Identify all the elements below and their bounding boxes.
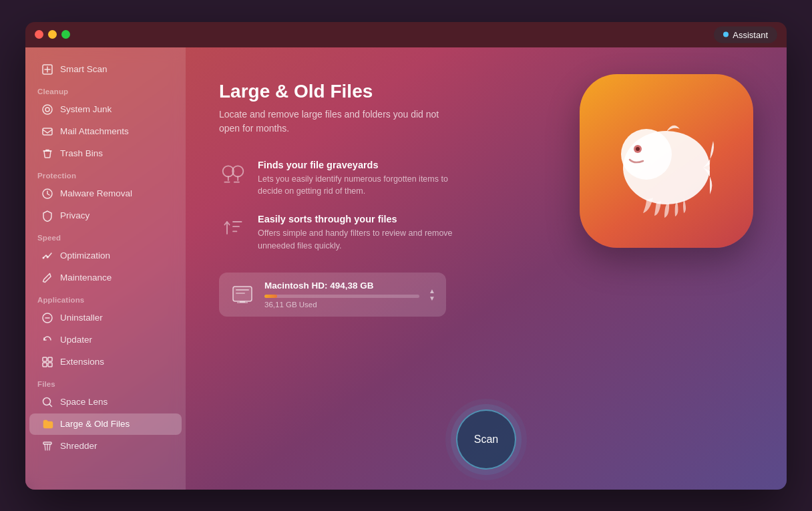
close-button[interactable]: [35, 30, 43, 39]
svg-point-12: [43, 397, 51, 405]
updater-label: Updater: [60, 335, 92, 345]
title-bar: Assistant: [25, 22, 787, 47]
app-window: Assistant Smart Scan Cleanup: [25, 22, 787, 490]
minimize-button[interactable]: [48, 30, 57, 39]
assistant-status-dot: [723, 32, 729, 37]
svg-rect-8: [43, 357, 47, 361]
feature-desc-sorts: Offers simple and handy filters to revie…: [258, 227, 465, 252]
section-label-cleanup: Cleanup: [25, 81, 186, 98]
sidebar-item-shredder[interactable]: Shredder: [29, 436, 182, 457]
space-lens-label: Space Lens: [60, 397, 108, 407]
svg-rect-11: [48, 363, 52, 367]
sidebar-item-updater[interactable]: Updater: [29, 329, 182, 351]
shredder-label: Shredder: [60, 441, 97, 451]
privacy-icon: [41, 210, 53, 222]
drive-name: Macintosh HD: 494,38 GB: [264, 281, 419, 291]
scan-button-label: Scan: [474, 434, 498, 446]
svg-rect-21: [236, 289, 249, 291]
large-old-files-icon: [41, 418, 53, 430]
sidebar-item-smart-scan[interactable]: Smart Scan: [29, 59, 182, 80]
sidebar-item-trash-bins[interactable]: Trash Bins: [29, 143, 182, 164]
feature-title-sorts: Easily sorts through your files: [258, 214, 465, 224]
section-label-applications: Applications: [25, 289, 186, 307]
sidebar: Smart Scan Cleanup System Junk: [25, 47, 186, 490]
mail-attachments-label: Mail Attachments: [60, 126, 129, 136]
graveyards-icon: [219, 160, 247, 188]
traffic-lights: [35, 30, 70, 39]
optimization-icon: [41, 250, 53, 262]
feature-title-graveyards: Finds your file graveyards: [258, 160, 465, 170]
svg-point-17: [636, 147, 640, 151]
sidebar-item-privacy[interactable]: Privacy: [29, 205, 182, 226]
sidebar-item-large-old-files[interactable]: Large & Old Files: [29, 413, 182, 435]
maintenance-label: Maintenance: [60, 273, 112, 283]
svg-point-15: [621, 129, 672, 180]
sidebar-item-mail-attachments[interactable]: Mail Attachments: [29, 121, 182, 142]
optimization-label: Optimization: [60, 250, 110, 261]
drive-bar-fill: [264, 295, 277, 298]
app-icon: [580, 74, 753, 248]
privacy-label: Privacy: [60, 210, 89, 220]
svg-point-5: [43, 257, 45, 259]
malware-icon: [41, 188, 53, 200]
trash-icon: [41, 148, 53, 160]
sidebar-item-extensions[interactable]: Extensions: [29, 351, 182, 373]
mail-icon: [41, 126, 53, 138]
drive-chevron-icon: ▲ ▼: [429, 287, 435, 302]
page-subtitle: Locate and remove large files and folder…: [219, 108, 446, 136]
drive-bar-track: [264, 295, 419, 298]
sorts-icon: [219, 214, 247, 242]
app-icon-area: [580, 74, 753, 248]
maintenance-icon: [41, 272, 53, 284]
sidebar-item-optimization[interactable]: Optimization: [29, 245, 182, 267]
large-old-files-label: Large & Old Files: [60, 419, 130, 429]
scan-button-area: Scan: [456, 409, 516, 470]
system-junk-label: System Junk: [60, 104, 112, 114]
svg-rect-10: [43, 363, 47, 367]
system-junk-icon: [41, 104, 53, 116]
sidebar-item-malware-removal[interactable]: Malware Removal: [29, 183, 182, 204]
whale-illustration: [606, 101, 727, 221]
section-label-files: Files: [25, 373, 186, 391]
sidebar-item-uninstaller[interactable]: Uninstaller: [29, 307, 182, 329]
sidebar-item-maintenance[interactable]: Maintenance: [29, 267, 182, 289]
trash-bins-label: Trash Bins: [60, 148, 103, 158]
svg-rect-22: [236, 293, 245, 294]
sidebar-item-space-lens[interactable]: Space Lens: [29, 391, 182, 413]
feature-text-graveyards: Finds your file graveyards Lets you easi…: [258, 160, 465, 198]
section-label-protection: Protection: [25, 165, 186, 182]
extensions-icon: [41, 356, 53, 368]
drive-info: Macintosh HD: 494,38 GB 36,11 GB Used: [264, 281, 419, 309]
shredder-icon: [41, 440, 53, 452]
content-area: Large & Old Files Locate and remove larg…: [186, 47, 787, 490]
drive-used: 36,11 GB Used: [264, 301, 419, 309]
svg-point-1: [43, 105, 52, 114]
feature-text-sorts: Easily sorts through your files Offers s…: [258, 214, 465, 252]
maximize-button[interactable]: [61, 30, 70, 39]
svg-rect-3: [43, 128, 52, 135]
drive-icon: [230, 282, 255, 307]
drive-selector[interactable]: Macintosh HD: 494,38 GB 36,11 GB Used ▲ …: [219, 273, 446, 317]
svg-rect-9: [48, 357, 52, 361]
smart-scan-label: Smart Scan: [60, 64, 108, 74]
scan-button[interactable]: Scan: [456, 409, 516, 470]
assistant-button[interactable]: Assistant: [714, 26, 777, 43]
uninstaller-icon: [41, 312, 53, 324]
smart-scan-icon: [41, 63, 53, 75]
svg-point-2: [45, 108, 49, 112]
svg-point-6: [47, 256, 49, 258]
section-label-speed: Speed: [25, 227, 186, 244]
assistant-label: Assistant: [733, 29, 768, 39]
extensions-label: Extensions: [60, 357, 104, 367]
feature-desc-graveyards: Lets you easily identify numerous forgot…: [258, 173, 465, 198]
malware-removal-label: Malware Removal: [60, 188, 132, 198]
space-lens-icon: [41, 396, 53, 408]
updater-icon: [41, 334, 53, 346]
sidebar-item-system-junk[interactable]: System Junk: [29, 99, 182, 120]
uninstaller-label: Uninstaller: [60, 313, 103, 323]
main-content: Smart Scan Cleanup System Junk: [25, 47, 787, 490]
